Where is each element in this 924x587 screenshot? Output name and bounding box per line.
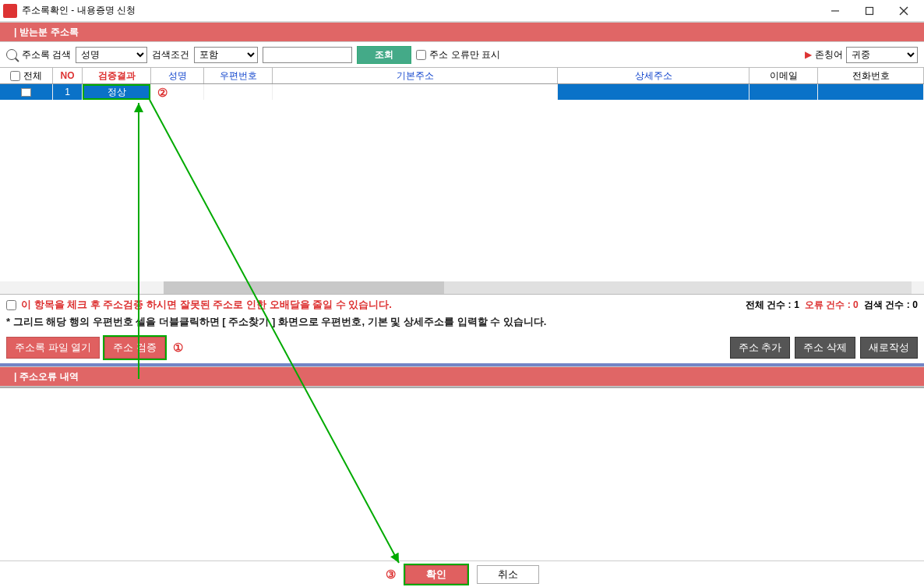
cell-base-addr[interactable] xyxy=(273,84,558,100)
errors-only-label: 주소 오류만 표시 xyxy=(429,48,500,62)
minimize-button[interactable] xyxy=(818,0,852,22)
horizontal-scrollbar[interactable] xyxy=(0,281,924,294)
annotation-marker-1: ① xyxy=(173,341,183,355)
col-result: 검증결과 xyxy=(83,68,151,83)
select-all-checkbox[interactable] xyxy=(10,71,20,81)
error-body xyxy=(0,387,924,496)
errors-only-toggle[interactable]: 주소 오류만 표시 xyxy=(416,48,500,62)
col-base-addr[interactable]: 기본주소 xyxy=(273,68,558,83)
close-icon xyxy=(899,6,908,16)
col-name[interactable]: 성명 xyxy=(151,68,204,83)
search-cond-label: 검색조건 xyxy=(152,48,189,62)
delete-address-button[interactable]: 주소 삭제 xyxy=(795,337,855,359)
cell-email[interactable] xyxy=(749,84,818,100)
verify-check[interactable] xyxy=(6,300,16,310)
counts: 전체 건수 : 1 오류 건수 : 0 검색 건수 : 0 xyxy=(746,299,918,312)
cell-no: 1 xyxy=(53,84,83,100)
search-field-select[interactable]: 성명 xyxy=(76,47,147,63)
minimize-icon xyxy=(831,6,840,16)
title-bar: 주소록확인 - 내용증명 신청 xyxy=(0,0,924,22)
open-file-button[interactable]: 주소록 파일 열기 xyxy=(6,337,100,359)
errors-only-checkbox[interactable] xyxy=(416,50,426,60)
arrow-right-icon: ▶ xyxy=(805,49,812,60)
tip-text: * 그리드 해당 행의 우편번호 셀을 더블클릭하면 [ 주소찾기 ] 화면으로… xyxy=(6,315,918,329)
cell-zip[interactable] xyxy=(204,84,273,100)
search-icon xyxy=(6,49,17,60)
recipient-header-label: 받는분 주소록 xyxy=(19,26,78,39)
close-button[interactable] xyxy=(887,0,921,22)
col-zip[interactable]: 우편번호 xyxy=(204,68,273,83)
col-select-all[interactable]: 전체 xyxy=(0,68,53,83)
error-header: |주소오류 내역 xyxy=(0,366,924,387)
recipient-header: |받는분 주소록 xyxy=(0,22,924,42)
cell-result: 정상 xyxy=(83,84,151,100)
col-no: NO xyxy=(53,68,83,83)
annotation-marker-3: ③ xyxy=(386,568,396,582)
search-label: 주소록 검색 xyxy=(22,48,71,62)
cell-checkbox[interactable] xyxy=(0,84,53,100)
table-row[interactable]: 1 정상 xyxy=(0,84,924,100)
search-cond-select[interactable]: 포함 xyxy=(194,47,258,63)
cell-name[interactable] xyxy=(151,84,204,100)
verify-button[interactable]: 주소 검증 xyxy=(104,337,165,359)
warn-text: 이 항목을 체크 후 주소검증 하시면 잘못된 주소로 인한 오배달을 줄일 수… xyxy=(21,298,392,312)
col-email[interactable]: 이메일 xyxy=(749,68,818,83)
confirm-button[interactable]: 확인 xyxy=(405,565,467,584)
honorific-select[interactable]: 귀중 xyxy=(846,47,918,63)
cancel-button[interactable]: 취소 xyxy=(477,565,539,584)
search-input[interactable] xyxy=(263,47,352,63)
add-address-button[interactable]: 주소 추가 xyxy=(730,337,791,359)
search-button[interactable]: 조회 xyxy=(357,46,411,64)
table-body: 1 정상 xyxy=(0,84,924,295)
col-phone[interactable]: 전화번호 xyxy=(818,68,924,83)
actions-row: 주소록 파일 열기 주소 검증 ① 주소 추가 주소 삭제 새로작성 xyxy=(0,332,924,366)
scrollbar-thumb[interactable] xyxy=(164,281,444,294)
info-panel: 이 항목을 체크 후 주소검증 하시면 잘못된 주소로 인한 오배달을 줄일 수… xyxy=(0,295,924,332)
new-button[interactable]: 새로작성 xyxy=(860,337,918,359)
svg-rect-1 xyxy=(866,7,873,14)
col-detail-addr[interactable]: 상세주소 xyxy=(558,68,749,83)
maximize-icon xyxy=(865,6,874,16)
maximize-button[interactable] xyxy=(852,0,887,22)
honorific-label: 존칭어 xyxy=(815,48,843,62)
error-header-label: 주소오류 내역 xyxy=(19,370,78,384)
app-icon xyxy=(3,4,17,18)
bottom-bar: ③ 확인 취소 xyxy=(0,560,924,587)
window-title: 주소록확인 - 내용증명 신청 xyxy=(22,4,136,17)
table-header: 전체 NO 검증결과 성명 우편번호 기본주소 상세주소 이메일 전화번호 xyxy=(0,68,924,84)
cell-phone[interactable] xyxy=(818,84,924,100)
cell-detail-addr[interactable] xyxy=(558,84,749,100)
content-wrap: |받는분 주소록 주소록 검색 성명 검색조건 포함 조회 주소 오류만 표시 … xyxy=(0,22,924,587)
search-bar: 주소록 검색 성명 검색조건 포함 조회 주소 오류만 표시 ▶ 존칭어 귀중 xyxy=(0,42,924,68)
